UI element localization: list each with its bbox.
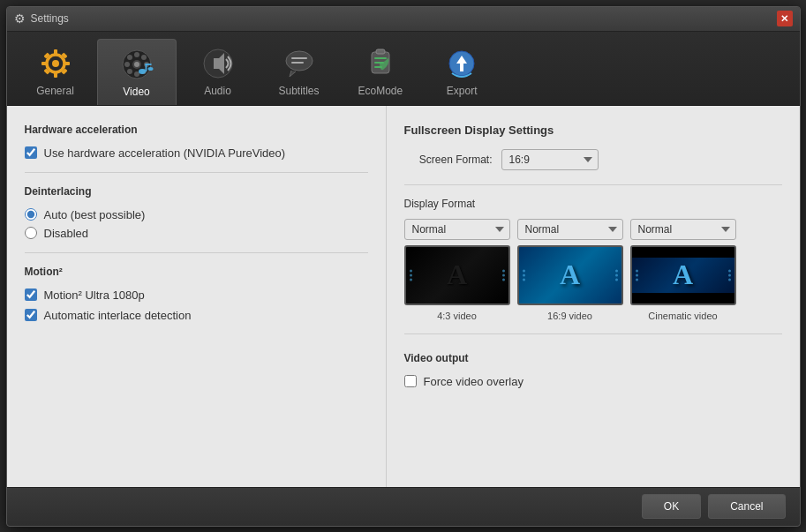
svg-point-12 [134, 52, 139, 57]
svg-rect-4 [41, 62, 47, 65]
motion-section-title: Motion² [25, 266, 368, 278]
svg-rect-5 [64, 62, 70, 65]
tab-ecomode[interactable]: EcoMode [341, 39, 421, 105]
video-tab-icon [119, 47, 154, 82]
video-output-section: Video output Force video overlay [404, 352, 782, 388]
svg-rect-2 [54, 49, 57, 55]
subtitles-tab-icon [282, 46, 317, 81]
radio-disabled-label: Disabled [44, 227, 89, 240]
tab-bar: General [7, 32, 800, 106]
format-43-dropdown[interactable]: Normal Stretch Crop [404, 219, 510, 240]
bottom-bar: OK Cancel [7, 487, 800, 526]
tab-subtitles[interactable]: Subtitles [260, 39, 339, 105]
close-button[interactable]: ✕ [777, 11, 793, 26]
hw-acceleration-row: Use hardware acceleration (NVIDIA PureVi… [25, 146, 368, 160]
format-43-wrapper: Normal Stretch Crop A 4:3 video [404, 219, 510, 321]
ecomode-tab-icon [363, 46, 398, 81]
format-169-wrapper: Normal Stretch Crop A 16:9 video [517, 219, 623, 321]
display-format-label: Display Format [404, 198, 782, 210]
motion-ultra-checkbox[interactable] [25, 288, 37, 301]
preview-cinema: A [630, 245, 736, 305]
tab-video[interactable]: Video [97, 39, 177, 105]
svg-point-26 [286, 51, 313, 71]
preview-cinema-letter: A [673, 259, 693, 291]
content-area: Hardware acceleration Use hardware accel… [7, 106, 800, 487]
preview-43-label: 4:3 video [437, 311, 477, 321]
hw-acceleration-checkbox[interactable] [25, 146, 37, 159]
video-tab-label: Video [123, 86, 149, 98]
preview-169-letter: A [560, 259, 580, 291]
settings-icon: ⚙ [14, 11, 26, 26]
svg-point-21 [139, 69, 146, 74]
general-tab-icon [38, 46, 73, 81]
hardware-section-title: Hardware acceleration [25, 124, 368, 136]
motion-interlace-checkbox[interactable] [25, 309, 37, 321]
cinema-bar-top [632, 247, 734, 258]
svg-point-17 [141, 55, 147, 60]
force-overlay-row: Force video overlay [404, 375, 782, 388]
audio-tab-icon [200, 46, 236, 81]
svg-rect-23 [145, 64, 151, 65]
svg-rect-27 [291, 57, 307, 59]
export-tab-icon [444, 46, 479, 81]
subtitles-tab-label: Subtitles [278, 85, 319, 97]
svg-point-13 [134, 71, 139, 77]
right-panel: Fullscreen Display Settings Screen Forma… [387, 106, 800, 487]
tab-general[interactable]: General [16, 39, 95, 105]
format-cinema-dropdown[interactable]: Normal Stretch Crop [630, 219, 736, 240]
radio-disabled[interactable] [25, 227, 37, 239]
preview-43: A [404, 245, 510, 305]
svg-point-16 [127, 55, 132, 60]
svg-point-20 [134, 62, 139, 67]
cancel-button[interactable]: Cancel [708, 494, 785, 519]
format-cinema-wrapper: Normal Stretch Crop A [630, 219, 736, 321]
preview-169: A [517, 245, 623, 305]
svg-point-14 [124, 62, 130, 67]
deinterlacing-section-title: Deinterlacing [25, 185, 368, 198]
tab-export[interactable]: Export [422, 39, 501, 105]
radio-auto-row: Auto (best possible) [25, 208, 368, 221]
general-tab-label: General [36, 85, 74, 97]
motion-interlace-row: Automatic interlace detection [25, 309, 368, 322]
svg-point-18 [127, 69, 132, 74]
display-format-row: Normal Stretch Crop A 4:3 video [404, 219, 782, 321]
window-title: Settings [31, 12, 69, 25]
radio-auto[interactable] [25, 208, 37, 221]
left-panel: Hardware acceleration Use hardware accel… [7, 106, 387, 487]
svg-rect-28 [291, 62, 304, 64]
title-bar: ⚙ Settings ✕ [7, 7, 800, 32]
radio-disabled-row: Disabled [25, 227, 368, 240]
screen-format-row: Screen Format: 16:9 4:3 21:9 [404, 149, 782, 170]
motion-interlace-label: Automatic interlace detection [44, 309, 192, 322]
audio-tab-label: Audio [204, 85, 231, 97]
preview-cinema-dots-right [728, 269, 731, 281]
screen-format-label: Screen Format: [404, 154, 493, 166]
ecomode-tab-label: EcoMode [358, 85, 403, 97]
hw-acceleration-label: Use hardware acceleration (NVIDIA PureVi… [44, 146, 286, 160]
screen-format-dropdown[interactable]: 16:9 4:3 21:9 [501, 149, 599, 170]
fullscreen-title: Fullscreen Display Settings [404, 124, 782, 137]
preview-43-dots-right [502, 269, 505, 281]
preview-43-dots-left [410, 269, 412, 281]
svg-point-1 [52, 60, 59, 67]
radio-auto-label: Auto (best possible) [44, 208, 146, 221]
svg-rect-3 [54, 72, 57, 78]
preview-cinema-dots-left [636, 269, 638, 281]
motion-ultra-label: Motion² Ultra 1080p [44, 288, 145, 302]
ok-button[interactable]: OK [642, 494, 701, 519]
svg-rect-31 [374, 57, 387, 59]
cinema-bar-bottom [632, 293, 734, 303]
preview-cinema-label: Cinematic video [648, 311, 717, 321]
preview-169-dots-left [523, 269, 525, 281]
preview-43-letter: A [447, 259, 467, 291]
motion-ultra-row: Motion² Ultra 1080p [25, 288, 368, 302]
title-bar-title: ⚙ Settings [14, 11, 69, 26]
svg-point-24 [147, 67, 153, 71]
video-output-title: Video output [404, 352, 782, 364]
tab-audio[interactable]: Audio [178, 39, 258, 105]
force-overlay-checkbox[interactable] [404, 375, 417, 387]
preview-169-dots-right [615, 269, 618, 281]
preview-169-label: 16:9 video [547, 311, 592, 321]
format-169-dropdown[interactable]: Normal Stretch Crop [517, 219, 623, 240]
settings-window: ⚙ Settings ✕ Gene [6, 6, 801, 527]
